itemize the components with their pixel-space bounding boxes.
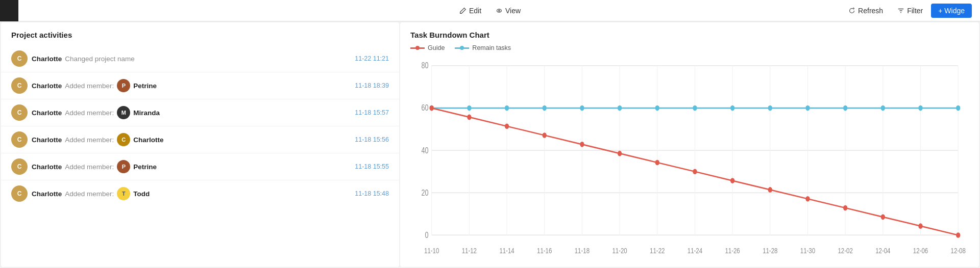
svg-text:11-20: 11-20 bbox=[612, 247, 627, 255]
pencil-icon bbox=[459, 7, 467, 14]
action-text: Added member: bbox=[65, 136, 114, 144]
actor-name: Charlotte bbox=[32, 55, 62, 63]
svg-point-61 bbox=[580, 142, 584, 147]
list-item: C Charlotte Added member: T Todd 11-18 1… bbox=[1, 180, 399, 207]
svg-point-43 bbox=[467, 105, 471, 111]
eye-icon bbox=[496, 7, 503, 14]
svg-point-46 bbox=[580, 105, 584, 111]
svg-point-54 bbox=[881, 105, 885, 111]
svg-text:12-04: 12-04 bbox=[875, 247, 890, 255]
legend-remain: Remain tasks bbox=[455, 44, 511, 51]
list-item: C Charlotte Added member: P Petrine 11-1… bbox=[1, 72, 399, 99]
svg-text:12-06: 12-06 bbox=[913, 247, 928, 255]
svg-point-52 bbox=[805, 105, 810, 111]
activity-text: Charlotte Added member: T Todd bbox=[32, 187, 351, 200]
svg-point-62 bbox=[618, 151, 622, 156]
view-label: View bbox=[505, 7, 521, 15]
svg-point-56 bbox=[956, 105, 960, 111]
activity-list[interactable]: C Charlotte Changed project name 11-22 1… bbox=[1, 45, 399, 267]
actor-name: Charlotte bbox=[32, 190, 62, 198]
svg-point-58 bbox=[467, 115, 471, 120]
svg-point-69 bbox=[881, 215, 885, 220]
svg-point-51 bbox=[768, 105, 772, 111]
activity-time: 11-22 11:21 bbox=[355, 55, 389, 62]
svg-point-0 bbox=[497, 9, 502, 12]
svg-point-50 bbox=[730, 105, 734, 111]
main-content: Project activities C Charlotte Changed p… bbox=[0, 21, 980, 268]
avatar: C bbox=[11, 77, 28, 94]
avatar: C bbox=[11, 185, 28, 202]
activities-title: Project activities bbox=[1, 31, 399, 45]
svg-point-1 bbox=[499, 10, 500, 11]
svg-text:20: 20 bbox=[422, 188, 429, 197]
legend-remain-label: Remain tasks bbox=[472, 44, 511, 51]
member-avatar: M bbox=[117, 106, 130, 119]
top-bar-right-actions: Refresh Filter + Widge bbox=[842, 4, 972, 18]
actor-name: Charlotte bbox=[32, 163, 62, 171]
svg-text:11-24: 11-24 bbox=[688, 247, 702, 255]
filter-button[interactable]: Filter bbox=[891, 4, 929, 17]
activity-text: Charlotte Added member: P Petrine bbox=[32, 160, 351, 173]
activity-text: Charlotte Added member: C Charlotte bbox=[32, 133, 351, 146]
actor-name: Charlotte bbox=[32, 82, 62, 90]
member-avatar: P bbox=[117, 160, 130, 173]
add-widget-button[interactable]: + Widge bbox=[931, 4, 972, 18]
action-text: Changed project name bbox=[65, 55, 135, 63]
avatar: C bbox=[11, 50, 28, 67]
chart-title: Task Burndown Chart bbox=[410, 31, 969, 39]
view-button[interactable]: View bbox=[489, 4, 527, 17]
action-text: Added member: bbox=[65, 163, 114, 171]
edit-button[interactable]: Edit bbox=[453, 4, 487, 17]
refresh-icon bbox=[848, 7, 855, 14]
chart-panel: Task Burndown Chart Guide Remain tasks 0… bbox=[400, 22, 979, 267]
svg-point-65 bbox=[730, 178, 734, 183]
svg-text:12-08: 12-08 bbox=[951, 247, 966, 255]
svg-text:0: 0 bbox=[425, 230, 428, 239]
activities-panel: Project activities C Charlotte Changed p… bbox=[1, 22, 399, 267]
svg-point-67 bbox=[805, 196, 810, 202]
svg-text:11-16: 11-16 bbox=[537, 247, 552, 255]
svg-point-60 bbox=[543, 132, 547, 138]
svg-point-44 bbox=[505, 105, 509, 111]
svg-text:80: 80 bbox=[422, 61, 429, 70]
activity-time: 11-18 15:55 bbox=[355, 163, 389, 170]
burndown-chart: 02040608011-1011-1211-1411-1611-1811-201… bbox=[410, 56, 969, 259]
svg-point-57 bbox=[430, 105, 434, 111]
svg-point-64 bbox=[693, 169, 697, 174]
avatar: C bbox=[11, 104, 28, 121]
member-avatar: C bbox=[117, 133, 130, 146]
refresh-label: Refresh bbox=[858, 7, 883, 15]
activity-time: 11-18 15:57 bbox=[355, 109, 389, 116]
svg-text:11-18: 11-18 bbox=[575, 247, 590, 255]
svg-text:11-26: 11-26 bbox=[725, 247, 740, 255]
svg-text:11-30: 11-30 bbox=[800, 247, 815, 255]
svg-text:11-14: 11-14 bbox=[499, 247, 514, 255]
legend-guide: Guide bbox=[410, 44, 445, 51]
list-item: C Charlotte Added member: C Charlotte 11… bbox=[1, 126, 399, 153]
svg-point-45 bbox=[543, 105, 547, 111]
action-text: Added member: bbox=[65, 82, 114, 90]
add-widget-label: + Widge bbox=[938, 7, 965, 15]
svg-text:40: 40 bbox=[422, 146, 429, 155]
svg-point-71 bbox=[956, 232, 960, 238]
svg-point-59 bbox=[505, 123, 509, 129]
top-bar: Edit View Refresh Filter + Widge bbox=[0, 0, 980, 21]
svg-text:11-28: 11-28 bbox=[763, 247, 777, 255]
actor-name: Charlotte bbox=[32, 109, 62, 117]
svg-point-63 bbox=[655, 160, 659, 166]
member-name: Petrine bbox=[133, 163, 157, 171]
chart-area: 02040608011-1011-1211-1411-1611-1811-201… bbox=[410, 56, 969, 259]
action-text: Added member: bbox=[65, 190, 114, 198]
list-item: C Charlotte Added member: M Miranda 11-1… bbox=[1, 99, 399, 126]
actor-name: Charlotte bbox=[32, 136, 62, 144]
legend-guide-label: Guide bbox=[428, 44, 445, 51]
svg-text:12-02: 12-02 bbox=[838, 247, 852, 255]
list-item: C Charlotte Added member: P Petrine 11-1… bbox=[1, 153, 399, 180]
edit-label: Edit bbox=[469, 7, 481, 15]
svg-text:11-12: 11-12 bbox=[462, 247, 477, 255]
list-item: C Charlotte Changed project name 11-22 1… bbox=[1, 45, 399, 72]
svg-point-55 bbox=[918, 105, 922, 111]
svg-point-53 bbox=[843, 105, 847, 111]
refresh-button[interactable]: Refresh bbox=[842, 4, 889, 17]
activity-text: Charlotte Added member: M Miranda bbox=[32, 106, 351, 119]
